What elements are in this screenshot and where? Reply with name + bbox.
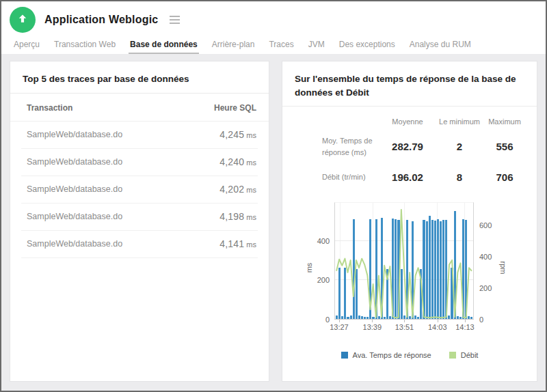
- divider: [282, 106, 537, 107]
- sql-time-value: 4,240ms: [219, 156, 256, 167]
- app-window: Application Weblogic AperçuTransaction W…: [0, 0, 547, 392]
- stats-row-label: Débit (tr/min): [293, 165, 379, 190]
- left-axis-label: ms: [304, 202, 314, 333]
- column-transaction: Transaction: [27, 103, 72, 113]
- legend-label: Débit: [461, 351, 479, 359]
- response-time-panel: Sur l'ensemble du temps de réponse de la…: [282, 61, 537, 382]
- left-axis-ticks: 0200400: [314, 202, 334, 320]
- traces-table: SampleWeb/database.do4,245msSampleWeb/da…: [21, 122, 258, 258]
- stats-value: 706: [483, 171, 526, 183]
- tab-bar: AperçuTransaction WebBase de donnéesArri…: [1, 36, 546, 54]
- transaction-name: SampleWeb/database.do: [27, 184, 122, 194]
- axis-tick-label: 13:39: [363, 323, 382, 331]
- app-header: Application Weblogic: [1, 1, 546, 36]
- axis-tick-label: 400: [479, 253, 492, 261]
- tab-aper-u[interactable]: Aperçu: [14, 37, 40, 54]
- tab-base-de-donn-es[interactable]: Base de données: [130, 37, 198, 54]
- panel-title: Top 5 des traces par base de données: [21, 71, 258, 93]
- sql-time-value: 4,198ms: [219, 211, 256, 222]
- stats-value: 282.79: [379, 141, 436, 152]
- stats-header-minimum: Le minimum: [436, 113, 483, 128]
- transaction-name: SampleWeb/database.do: [27, 157, 122, 167]
- legend-swatch-icon: [341, 352, 348, 359]
- axis-tick-label: 600: [479, 221, 492, 229]
- page-title: Application Weblogic: [44, 14, 158, 26]
- tab-analyse-du-rum[interactable]: Analyse du RUM: [410, 37, 471, 54]
- chart-plot-area: [334, 202, 474, 320]
- axis-tick-label: 13:51: [395, 323, 414, 331]
- sql-time-value: 4,245ms: [219, 129, 256, 140]
- legend-item[interactable]: Ava. Temps de réponse: [341, 351, 431, 359]
- axis-tick-label: 200: [317, 276, 330, 284]
- app-logo: [10, 7, 36, 33]
- table-row[interactable]: SampleWeb/database.do4,240ms: [21, 149, 258, 176]
- stats-header-maximum: Maximum: [483, 113, 526, 128]
- transaction-name: SampleWeb/database.do: [27, 212, 122, 221]
- table-header: Transaction Heure SQL: [21, 94, 258, 121]
- axis-tick-label: 14:13: [455, 323, 475, 331]
- table-row[interactable]: SampleWeb/database.do4,141ms: [21, 231, 258, 258]
- stats-table: Moyenne Le minimum Maximum Moy. Temps de…: [293, 113, 526, 190]
- top-traces-panel: Top 5 des traces par base de données Tra…: [10, 61, 269, 382]
- legend-label: Ava. Temps de réponse: [353, 351, 431, 359]
- axis-tick-label: 400: [317, 237, 330, 245]
- arrow-up-icon: [16, 12, 29, 27]
- axis-tick-label: 13:27: [330, 323, 349, 331]
- stats-value: 196.02: [379, 171, 436, 183]
- stats-value: 8: [436, 171, 483, 183]
- axis-tick-label: 200: [479, 284, 492, 292]
- stats-row-label: Moy. Temps de réponse (ms): [293, 128, 379, 165]
- axis-tick-label: 14:03: [428, 323, 447, 331]
- hamburger-icon[interactable]: [167, 13, 183, 27]
- transaction-name: SampleWeb/database.do: [27, 239, 122, 249]
- x-axis-ticks: 13:2713:3913:5114:0314:13: [334, 320, 474, 333]
- tab-traces[interactable]: Traces: [269, 37, 293, 54]
- main-content: Top 5 des traces par base de données Tra…: [1, 54, 546, 391]
- stats-value: 556: [483, 141, 526, 152]
- dual-axis-chart[interactable]: ms 0200400 13:2713:3913:5114:0314:13 020…: [304, 202, 526, 333]
- sql-time-value: 4,202ms: [219, 184, 256, 195]
- tab-arri-re-plan[interactable]: Arrière-plan: [212, 37, 255, 54]
- tab-des-exceptions[interactable]: Des exceptions: [339, 37, 395, 54]
- legend-swatch-icon: [449, 352, 456, 359]
- legend-item[interactable]: Débit: [449, 351, 479, 359]
- tab-transaction-web[interactable]: Transaction Web: [54, 37, 116, 54]
- axis-tick-label: 0: [325, 316, 330, 324]
- tab-jvm[interactable]: JVM: [308, 37, 325, 54]
- sql-time-value: 4,141ms: [219, 238, 256, 249]
- right-axis-label: rpm: [498, 202, 508, 333]
- transaction-name: SampleWeb/database.do: [27, 130, 122, 139]
- table-row[interactable]: SampleWeb/database.do4,202ms: [21, 176, 258, 204]
- stats-value: 2: [436, 141, 483, 152]
- chart-legend: Ava. Temps de réponseDébit: [293, 351, 526, 359]
- panel-title: Sur l'ensemble du temps de réponse de la…: [293, 71, 519, 106]
- stats-header-moyenne: Moyenne: [379, 113, 436, 128]
- table-row[interactable]: SampleWeb/database.do4,245ms: [21, 122, 258, 149]
- line-series: [335, 203, 473, 319]
- column-sql-time: Heure SQL: [214, 103, 256, 113]
- right-axis-ticks: 0200400600: [474, 202, 498, 320]
- table-row[interactable]: SampleWeb/database.do4,198ms: [21, 204, 258, 231]
- axis-tick-label: 0: [479, 316, 483, 324]
